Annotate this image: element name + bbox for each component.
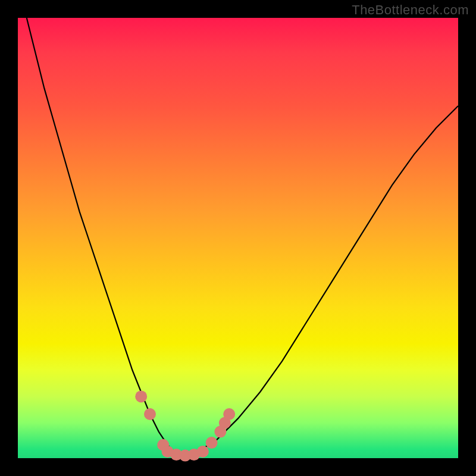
curve-marker — [135, 390, 147, 402]
curve-marker — [197, 446, 209, 458]
marker-group — [135, 390, 235, 461]
watermark-text: TheBottleneck.com — [352, 2, 469, 18]
bottleneck-curve — [27, 18, 458, 456]
curve-marker — [206, 437, 218, 449]
plot-area — [18, 18, 458, 458]
curve-marker — [144, 408, 156, 420]
curve-layer — [18, 18, 458, 458]
curve-marker — [223, 408, 235, 420]
chart-frame: TheBottleneck.com — [0, 0, 476, 476]
